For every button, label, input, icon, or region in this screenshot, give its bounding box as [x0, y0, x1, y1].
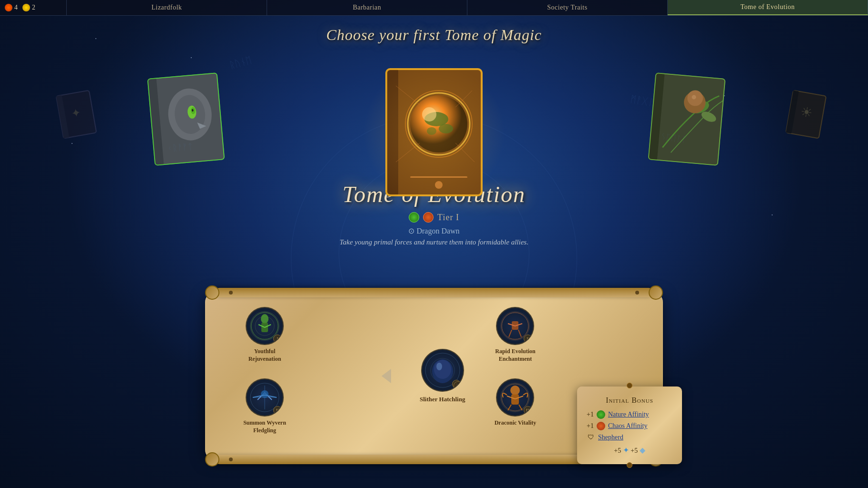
bonus-chaos-affinity: +1 Chaos Affinity: [587, 422, 672, 430]
svg-point-57: [436, 363, 442, 370]
stat-fire: 4: [5, 4, 18, 11]
book-far-left[interactable]: ✦: [53, 88, 99, 141]
svg-rect-68: [511, 394, 519, 405]
svg-rect-26: [410, 176, 467, 178]
svg-point-49: [261, 390, 269, 398]
spell-summon-wyvern[interactable]: II Summon WyvernFledgling: [234, 378, 296, 445]
nav-tabs: Lizardfolk Barbarian Society Traits Tome…: [67, 0, 868, 15]
svg-text:☀: ☀: [799, 104, 814, 121]
svg-line-63: [509, 330, 512, 337]
book-far-right[interactable]: ☀: [783, 88, 829, 141]
book-tome-evolution-main[interactable]: [382, 67, 486, 200]
svg-point-20: [427, 127, 436, 135]
tier-label: Tier I: [437, 213, 459, 223]
svg-point-67: [510, 386, 520, 395]
origin-label: ⊙ Dragon Dawn: [0, 226, 868, 235]
spell-name-draconic: Draconic Vitality: [495, 419, 537, 427]
spell-grid-right: II Rapid EvolutionEnchantment: [484, 307, 546, 445]
stat-coin-value: 2: [32, 4, 35, 11]
bonus-shepherd: 🛡 Shepherd: [587, 433, 672, 442]
svg-text:✦: ✦: [70, 106, 82, 120]
bonus-nature-affinity: +1 Nature Affinity: [587, 410, 672, 419]
scroll-arrow-left[interactable]: [377, 366, 396, 386]
bonus-gem-2: +5: [630, 447, 638, 454]
spell-name-wyvern: Summon WyvernFledgling: [243, 419, 286, 434]
spell-name-youthful: YouthfulRejuvenation: [248, 348, 281, 363]
tier-badge-rapid: II: [524, 335, 532, 343]
stat-coin: 2: [22, 4, 35, 11]
bonus-gem-1: +5: [614, 447, 621, 454]
spell-icon-wyvern: II: [246, 378, 284, 417]
svg-point-41: [261, 314, 269, 324]
chaos-affinity-icon: [597, 422, 605, 430]
tier-badge-youthful: I: [273, 335, 282, 343]
bonus-panel: Initial Bonus +1 Nature Affinity +1 Chao…: [577, 386, 682, 464]
bonus-plus-1-nature: +1: [587, 411, 594, 418]
nature-affinity-icon: [597, 410, 605, 419]
svg-marker-52: [382, 369, 391, 383]
tier-badge-slither: I: [454, 381, 462, 390]
spell-icon-slither: I I: [421, 349, 464, 392]
gem-icon-2: ◆: [640, 446, 645, 454]
gem-icon-1: ✦: [623, 446, 629, 454]
svg-rect-13: [386, 69, 398, 195]
svg-point-21: [422, 107, 436, 122]
bonus-gems: +5 ✦ +5 ◆: [587, 446, 672, 455]
shepherd-label[interactable]: Shepherd: [598, 434, 623, 441]
tab-tome-of-evolution[interactable]: Tome of Evolution: [668, 0, 868, 15]
tab-lizardfolk[interactable]: Lizardfolk: [67, 0, 267, 15]
book-nature[interactable]: [640, 68, 734, 171]
chaos-icon: [423, 212, 434, 223]
bonus-title: Initial Bonus: [587, 396, 672, 405]
fire-icon: [5, 4, 12, 11]
svg-point-56: [434, 360, 451, 379]
spell-grid-left: I YouthfulRejuvenation: [234, 307, 362, 445]
spell-icon-youthful: I: [246, 307, 284, 345]
tier-badge-draconic: III: [524, 406, 532, 415]
book-beast[interactable]: [139, 68, 233, 171]
tier-row: Tier I: [0, 212, 868, 223]
svg-line-64: [518, 330, 521, 337]
nav-stats: 4 2: [0, 0, 67, 15]
chaos-affinity-label[interactable]: Chaos Affinity: [608, 422, 648, 430]
tab-barbarian[interactable]: Barbarian: [267, 0, 467, 15]
book-description: Take young primal forces and nurture the…: [0, 238, 868, 246]
bonus-hole-top: [627, 383, 632, 388]
spell-youthful-rejuvenation[interactable]: I YouthfulRejuvenation: [234, 307, 296, 374]
spell-draconic-vitality-2[interactable]: III Draconic Vitality: [484, 378, 546, 445]
nature-affinity-label[interactable]: Nature Affinity: [608, 411, 649, 418]
tab-society-traits[interactable]: Society Traits: [467, 0, 668, 15]
tier-badge-wyvern: II: [273, 406, 282, 415]
spell-name-slither: Slither Hatchling: [420, 396, 465, 403]
bonus-plus-1-chaos: +1: [587, 422, 594, 430]
shepherd-shield-icon: 🛡: [587, 433, 595, 442]
nav-bar: 4 2 Lizardfolk Barbarian Society Traits …: [0, 0, 868, 16]
spell-name-rapid: Rapid EvolutionEnchantment: [495, 348, 535, 363]
stat-fire-value: 4: [14, 4, 18, 11]
spell-slither-hatchling[interactable]: I I Slither Hatchling: [420, 349, 465, 403]
coin-icon: [22, 4, 30, 11]
spell-icon-rapid: II: [496, 307, 534, 345]
svg-point-27: [435, 181, 443, 189]
svg-point-19: [439, 124, 453, 133]
choose-title: Choose your first Tome of Magic: [0, 26, 868, 44]
bonus-hole-bottom: [627, 462, 632, 468]
spell-rapid-evolution[interactable]: II Rapid EvolutionEnchantment: [484, 307, 546, 374]
nature-icon: [409, 212, 419, 223]
spell-icon-draconic-2: III: [496, 378, 534, 417]
